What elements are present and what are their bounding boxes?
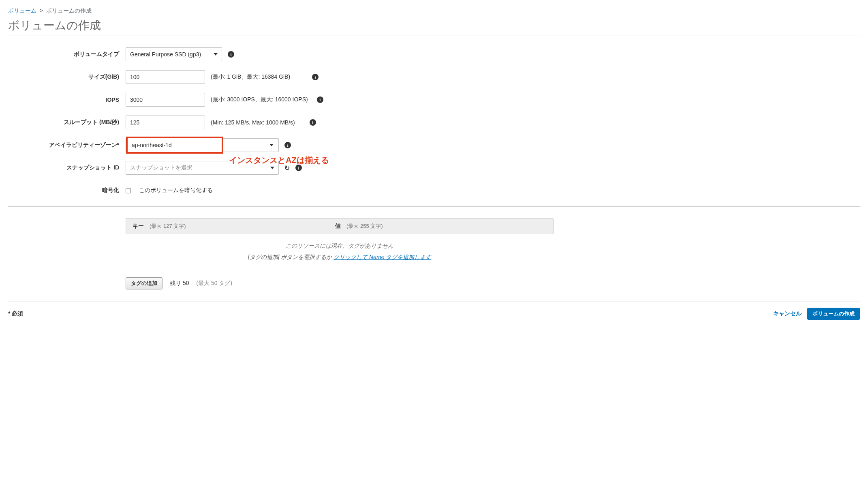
volume-type-label: ボリュームタイプ [8,51,126,58]
throughput-value: 125 [130,119,139,126]
tags-header: キー (最大 127 文字) 値 (最大 255 文字) [126,218,554,234]
encrypt-label: 暗号化 [8,187,126,194]
size-label: サイズ(GiB) [8,73,126,81]
row-size: サイズ(GiB) 100 (最小: 1 GiB、最大: 16384 GiB) [8,70,860,84]
chevron-down-icon [270,167,274,169]
size-input[interactable]: 100 [126,70,205,84]
size-value: 100 [130,74,139,80]
snapshot-label: スナップショット ID [8,164,126,171]
iops-value: 3000 [130,96,143,103]
breadcrumb-root-link[interactable]: ボリューム [8,7,36,14]
form-area: ボリュームタイプ General Purpose SSD (gp3) サイズ(G… [8,47,860,197]
annotation-text: インスタンスとAZは揃える [229,155,329,166]
tags-add-name-link[interactable]: クリックして Name タグを追加します [334,254,431,260]
info-icon[interactable] [312,74,319,80]
az-value-box: ap-northeast-1d [126,137,223,154]
tags-header-key: キー [133,223,144,230]
breadcrumb: ボリューム > ボリュームの作成 [8,7,860,15]
tags-footer: タグの追加 残り 50 (最大 50 タグ) [126,277,554,289]
footer-bar: * 必須 キャンセル ボリュームの作成 [8,302,860,320]
encrypt-checkbox[interactable] [126,188,131,193]
throughput-input[interactable]: 125 [126,116,205,129]
tags-remaining-hint: (最大 50 タグ) [196,280,232,287]
add-tag-button[interactable]: タグの追加 [126,277,162,289]
az-value: ap-northeast-1d [132,142,172,148]
row-iops: IOPS 3000 (最小: 3000 IOPS、最大: 16000 IOPS) [8,93,860,107]
throughput-hint: (Min: 125 MB/s, Max: 1000 MB/s) [211,119,295,126]
az-select[interactable]: ap-northeast-1d [126,138,279,152]
create-volume-button[interactable]: ボリュームの作成 [807,308,860,320]
page-title: ボリュームの作成 [8,18,860,36]
az-label: アベイラビリティーゾーン* [8,141,126,149]
tags-header-value: 値 [335,223,341,230]
row-throughput: スループット (MB/秒) 125 (Min: 125 MB/s, Max: 1… [8,116,860,129]
tags-header-key-hint: (最大 127 文字) [150,223,186,230]
info-icon[interactable] [317,96,323,103]
volume-type-select[interactable]: General Purpose SSD (gp3) [126,47,222,61]
info-icon[interactable] [284,142,291,148]
row-encrypt: 暗号化 このボリュームを暗号化する [8,184,860,197]
breadcrumb-separator: > [40,7,43,14]
row-snapshot: スナップショット ID スナップショットを選択 ↻ [8,161,860,175]
tags-header-value-hint: (最大 255 文字) [346,223,383,230]
size-hint: (最小: 1 GiB、最大: 16384 GiB) [211,73,290,81]
tags-section: キー (最大 127 文字) 値 (最大 255 文字) このリソースには現在、… [126,218,554,289]
tags-empty-message: このリソースには現在、タグがありません [126,234,554,251]
row-volume-type: ボリュームタイプ General Purpose SSD (gp3) [8,47,860,61]
tags-remaining: 残り 50 [170,280,189,287]
iops-input[interactable]: 3000 [126,93,205,107]
encrypt-text: このボリュームを暗号化する [139,187,213,194]
iops-label: IOPS [8,96,126,103]
encrypt-checkbox-label[interactable]: このボリュームを暗号化する [126,187,213,194]
divider [8,206,860,207]
chevron-down-icon [214,53,218,56]
snapshot-placeholder: スナップショットを選択 [130,164,192,171]
iops-hint: (最小: 3000 IOPS、最大: 16000 IOPS) [211,96,308,103]
tags-add-hint-pre: [タグの追加] ボタンを選択するか [248,254,332,260]
breadcrumb-current: ボリュームの作成 [46,7,92,14]
row-az: アベイラビリティーゾーン* ap-northeast-1d [8,138,860,152]
chevron-down-icon [269,144,274,146]
tags-add-hint: [タグの追加] ボタンを選択するか クリックして Name タグを追加します [126,254,554,261]
throughput-label: スループット (MB/秒) [8,119,126,126]
info-icon[interactable] [310,119,316,126]
cancel-button[interactable]: キャンセル [773,310,802,317]
info-icon[interactable] [228,51,234,58]
required-note: * 必須 [8,310,23,317]
volume-type-value: General Purpose SSD (gp3) [130,51,201,58]
